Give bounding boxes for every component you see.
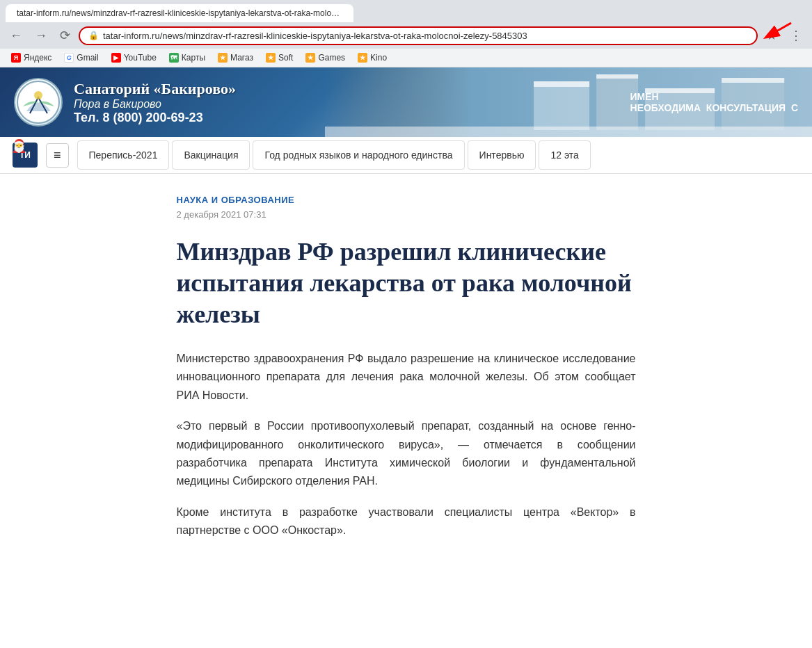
article-title: Минздрав РФ разрешил клинические испытан… — [177, 236, 636, 330]
nav-item-intervyu-label: Интервью — [479, 149, 525, 161]
address-text: tatar-inform.ru/news/minzdrav-rf-razresi… — [103, 31, 748, 41]
bookmark-kino[interactable]: ★ Kino — [352, 51, 392, 65]
nav-item-perepis-label: Перепись-2021 — [89, 149, 158, 161]
nav-item-perepis[interactable]: Перепись-2021 — [77, 140, 170, 170]
banner-text-block: Санаторий «Бакирово» Пора в Бакирово Тел… — [74, 80, 236, 125]
bookmark-yandex-label: Яндекс — [24, 53, 51, 63]
google-icon: G — [64, 53, 74, 63]
nav-item-vakcinaciya[interactable]: Вакцинация — [172, 140, 250, 170]
back-button[interactable]: ← — [6, 26, 26, 46]
svg-rect-11 — [325, 127, 812, 137]
bookmark-yandex[interactable]: Я Яндекс — [6, 51, 57, 65]
santa-decoration: 🎅 — [11, 138, 26, 154]
banner-title: Санаторий «Бакирово» — [74, 80, 236, 98]
article-paragraph-1: Министерство здравоохранения РФ выдало р… — [177, 350, 636, 405]
bookmark-gmail[interactable]: G Gmail — [58, 51, 104, 65]
lock-icon: 🔒 — [88, 31, 99, 40]
svg-point-13 — [34, 91, 42, 99]
browser-tab[interactable]: tatar-inform.ru/news/minzdrav-rf-razresi… — [6, 4, 353, 22]
nav-logo[interactable]: 🎅 ТИ — [7, 137, 43, 173]
article-container: НАУКА И ОБРАЗОВАНИЕ 2 декабря 2021 07:31… — [163, 174, 650, 574]
article-body: Министерство здравоохранения РФ выдало р… — [177, 350, 636, 540]
bookmark-magaz[interactable]: ★ Магаз — [212, 51, 259, 65]
article-paragraph-3: Кроме института в разработке участвовали… — [177, 503, 636, 540]
youtube-icon: ▶ — [111, 53, 121, 63]
nav-item-eta-label: 12 эта — [550, 149, 578, 161]
banner-phone: Тел. 8 (800) 200-69-23 — [74, 111, 236, 125]
article-paragraph-2: «Это первый в России противоопухолевый п… — [177, 417, 636, 491]
svg-rect-10 — [722, 78, 784, 83]
nav-item-eta[interactable]: 12 эта — [539, 140, 590, 170]
svg-rect-7 — [534, 81, 589, 87]
bookmark-soft-label: Soft — [278, 53, 293, 63]
article-date: 2 декабря 2021 07:31 — [177, 209, 636, 220]
banner-logo — [14, 78, 63, 127]
bookmark-maps-label: Карты — [182, 53, 205, 63]
hamburger-button[interactable]: ≡ — [46, 143, 69, 168]
red-arrow-indicator — [753, 19, 795, 50]
bookmark-kino-label: Kino — [370, 53, 387, 63]
magaz-icon: ★ — [218, 53, 228, 63]
banner-left: Санаторий «Бакирово» Пора в Бакирово Тел… — [0, 71, 250, 133]
bookmarks-bar: Я Яндекс G Gmail ▶ YouTube 🗺 Карты ★ Маг… — [0, 49, 812, 67]
bookmark-youtube[interactable]: ▶ YouTube — [106, 51, 162, 65]
page-content: Санаторий «Бакирово» Пора в Бакирово Тел… — [0, 67, 812, 574]
nav-item-vakcinaciya-label: Вакцинация — [184, 149, 238, 161]
refresh-button[interactable]: ⟳ — [56, 25, 74, 46]
banner-right-text: ИМЕННЕОБХОДИМА КОНСУЛЬТАЦИЯ С — [630, 91, 798, 113]
forward-button[interactable]: → — [31, 26, 51, 46]
games-icon: ★ — [305, 53, 315, 63]
hamburger-icon: ≡ — [54, 148, 61, 162]
tab-bar: tatar-inform.ru/news/minzdrav-rf-razresi… — [0, 0, 812, 22]
maps-icon: 🗺 — [169, 53, 179, 63]
nav-item-god-label: Год родных языков и народного единства — [264, 149, 452, 161]
bookmark-maps[interactable]: 🗺 Карты — [164, 51, 211, 65]
svg-line-1 — [767, 23, 791, 37]
soft-icon: ★ — [266, 53, 276, 63]
browser-chrome: tatar-inform.ru/news/minzdrav-rf-razresi… — [0, 0, 812, 67]
site-banner[interactable]: Санаторий «Бакирово» Пора в Бакирово Тел… — [0, 67, 812, 137]
article-category: НАУКА И ОБРАЗОВАНИЕ — [177, 195, 636, 205]
svg-rect-3 — [534, 81, 589, 130]
banner-subtitle: Пора в Бакирово — [74, 98, 236, 111]
bookmark-magaz-label: Магаз — [230, 53, 253, 63]
bookmark-games[interactable]: ★ Games — [300, 51, 351, 65]
kino-icon: ★ — [358, 53, 367, 63]
site-navigation: 🎅 ТИ ≡ Перепись-2021 Вакцинация Год родн… — [0, 137, 812, 174]
nav-item-intervyu[interactable]: Интервью — [468, 140, 536, 170]
svg-rect-8 — [596, 74, 638, 79]
yandex-icon: Я — [11, 53, 21, 63]
bookmark-gmail-label: Gmail — [77, 53, 98, 63]
nav-item-god-rodnyh[interactable]: Год родных языков и народного единства — [253, 140, 464, 170]
address-bar[interactable]: 🔒 tatar-inform.ru/news/minzdrav-rf-razre… — [79, 26, 758, 45]
tab-title: tatar-inform.ru/news/minzdrav-rf-razresi… — [17, 8, 353, 18]
bookmark-soft[interactable]: ★ Soft — [260, 51, 298, 65]
address-bar-row: ← → ⟳ 🔒 tatar-inform.ru/news/minzdrav-rf… — [0, 22, 812, 49]
bookmark-games-label: Games — [318, 53, 345, 63]
bookmark-youtube-label: YouTube — [124, 53, 157, 63]
